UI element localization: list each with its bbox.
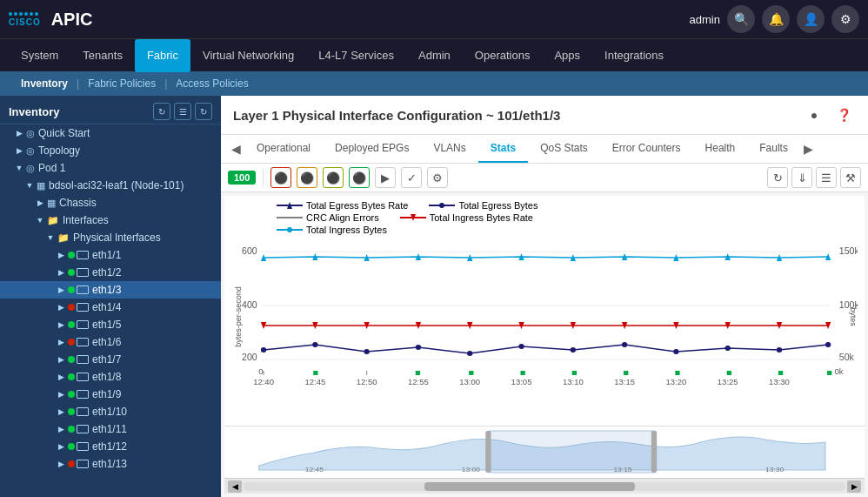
menu-item-integrations[interactable]: Integrations <box>592 39 676 72</box>
status-eth1-5 <box>68 321 75 328</box>
status-eth1-3 <box>68 286 75 293</box>
svg-rect-94 <box>651 431 657 473</box>
sidebar-item-node[interactable]: ▼ ▦ bdsol-aci32-leaf1 (Node-101) <box>0 177 221 194</box>
user-button[interactable]: 👤 <box>797 5 825 33</box>
sidebar-icon-refresh[interactable]: ↻ <box>153 103 170 120</box>
chart-legend: Total Egress Bytes Rate Total Egress Byt… <box>224 196 865 211</box>
legend-ingress-bytes: Total Ingress Bytes <box>277 225 812 235</box>
tab-deployed-epgs[interactable]: Deployed EPGs <box>323 135 421 163</box>
sidebar-item-physical-interfaces[interactable]: ▼ 📁 Physical Interfaces <box>0 229 221 246</box>
tab-vlans[interactable]: VLANs <box>421 135 477 163</box>
toolbar-btn-ok[interactable]: ⚫ <box>323 167 344 188</box>
tab-operational[interactable]: Operational <box>244 135 323 163</box>
toolbar-btn-wrench[interactable]: ⚒ <box>840 167 861 188</box>
tab-faults[interactable]: Faults <box>747 135 800 163</box>
icon-eth1-1 <box>77 251 89 259</box>
svg-point-52 <box>673 349 678 354</box>
subnav-access-policies[interactable]: Access Policies <box>167 71 257 96</box>
sidebar-item-eth1-5[interactable]: ▶ eth1/5 <box>0 316 221 333</box>
svg-text:400: 400 <box>242 300 257 310</box>
sidebar-item-eth1-12[interactable]: ▶ eth1/12 <box>0 438 221 455</box>
arrow-eth1-11: ▶ <box>56 425 66 433</box>
svg-rect-82 <box>520 371 524 375</box>
admin-label: admin <box>690 13 720 26</box>
sidebar-item-topology[interactable]: ▶ ◎ Topology <box>0 142 221 159</box>
toolbar-btn-check[interactable]: ✓ <box>401 167 422 188</box>
toolbar-btn-config[interactable]: ⚙ <box>427 167 448 188</box>
icon-eth1-5 <box>77 320 89 329</box>
menu-item-tenants[interactable]: Tenants <box>70 39 135 72</box>
tab-stats[interactable]: Stats <box>478 135 528 163</box>
icon-eth1-8 <box>77 373 89 381</box>
tab-error-counters[interactable]: Error Counters <box>600 135 693 163</box>
main-chart-svg: 600 400 200 150k 100k 50k bytes-per-seco… <box>231 238 858 386</box>
subnav-fabric-policies[interactable]: Fabric Policies <box>79 71 164 96</box>
bookmark-button[interactable]: ● <box>802 103 826 127</box>
scrollbar-left-btn[interactable]: ◀ <box>228 480 242 493</box>
toolbar-btn-good[interactable]: ⚫ <box>349 167 370 188</box>
menu-item-system[interactable]: System <box>9 39 70 72</box>
svg-point-54 <box>777 347 782 353</box>
sidebar-item-eth1-7[interactable]: ▶ eth1/7 <box>0 351 221 368</box>
help-button[interactable]: ❓ <box>831 103 856 127</box>
sidebar-item-quick-start[interactable]: ▶ ◎ Quick Start <box>0 124 221 142</box>
tab-qos-stats[interactable]: QoS Stats <box>528 135 600 163</box>
cisco-dot-3 <box>19 12 23 16</box>
sidebar-item-eth1-1[interactable]: ▶ eth1/1 <box>0 246 221 264</box>
menu-item-l4l7[interactable]: L4-L7 Services <box>306 39 406 72</box>
toolbar-btn-download[interactable]: ⇓ <box>791 167 812 188</box>
scrollbar-track[interactable] <box>244 482 845 491</box>
arrow-eth1-7: ▶ <box>56 355 66 364</box>
label-eth1-1: eth1/1 <box>92 249 121 261</box>
sidebar-item-eth1-10[interactable]: ▶ eth1/10 <box>0 403 221 420</box>
arrow-eth1-3: ▶ <box>56 285 66 294</box>
cisco-logo-dots <box>9 12 41 16</box>
settings-button[interactable]: ⚙ <box>831 5 859 33</box>
icon-eth1-12 <box>77 442 89 451</box>
svg-rect-84 <box>624 371 628 375</box>
arrow-eth1-8: ▶ <box>56 373 66 381</box>
toolbar-btn-menu[interactable]: ☰ <box>816 167 837 188</box>
toolbar-btn-stop[interactable]: ⚫ <box>270 167 291 188</box>
sidebar-icon-sync[interactable]: ↻ <box>195 103 212 120</box>
sidebar-item-pod1[interactable]: ▼ ◎ Pod 1 <box>0 159 221 177</box>
sidebar-item-eth1-9[interactable]: ▶ eth1/9 <box>0 386 221 403</box>
scrollbar-right-btn[interactable]: ▶ <box>847 480 861 493</box>
legend-crc-line <box>277 213 303 222</box>
menu-item-admin[interactable]: Admin <box>406 39 463 72</box>
label-physical-interfaces: Physical Interfaces <box>73 232 161 244</box>
search-button[interactable]: 🔍 <box>727 5 755 33</box>
status-eth1-4 <box>68 304 75 311</box>
arrow-eth1-2: ▶ <box>56 268 66 277</box>
sidebar-icon-list[interactable]: ☰ <box>174 103 191 120</box>
sidebar-item-eth1-3[interactable]: ▶ eth1/3 <box>0 281 221 299</box>
sidebar-item-interfaces[interactable]: ▼ 📁 Interfaces <box>0 212 221 229</box>
tab-nav-right[interactable]: ▶ <box>800 142 817 156</box>
menu-item-fabric[interactable]: Fabric <box>135 39 190 72</box>
toolbar-btn-refresh[interactable]: ↻ <box>767 167 788 188</box>
sidebar-item-eth1-6[interactable]: ▶ eth1/6 <box>0 333 221 351</box>
sidebar-item-eth1-11[interactable]: ▶ eth1/11 <box>0 420 221 438</box>
sidebar-item-eth1-13[interactable]: ▶ eth1/13 <box>0 455 221 473</box>
sidebar-item-chassis[interactable]: ▶ ▦ Chassis <box>0 194 221 212</box>
svg-point-49 <box>518 344 524 349</box>
chart-scrollbar[interactable]: ◀ ▶ <box>224 478 865 494</box>
menu-item-operations[interactable]: Operations <box>463 39 543 72</box>
toolbar-btn-warn[interactable]: ⚫ <box>297 167 317 188</box>
arrow-eth1-4: ▶ <box>56 303 66 312</box>
sidebar-item-eth1-8[interactable]: ▶ eth1/8 <box>0 368 221 386</box>
toolbar-btn-play[interactable]: ▶ <box>375 167 396 188</box>
sidebar-item-eth1-2[interactable]: ▶ eth1/2 <box>0 264 221 281</box>
scrollbar-thumb[interactable] <box>424 482 635 491</box>
notifications-button[interactable]: 🔔 <box>762 5 790 33</box>
svg-text:12:50: 12:50 <box>357 378 377 386</box>
subnav-inventory[interactable]: Inventory <box>12 71 77 96</box>
menu-item-apps[interactable]: Apps <box>542 39 592 72</box>
sidebar-item-eth1-4[interactable]: ▶ eth1/4 <box>0 299 221 316</box>
tab-health[interactable]: Health <box>693 135 748 163</box>
legend-crc-label: CRC Align Errors <box>306 212 379 223</box>
svg-point-8 <box>287 227 292 232</box>
svg-text:0k: 0k <box>835 367 844 376</box>
tab-nav-left[interactable]: ◀ <box>228 142 244 156</box>
menu-item-virtual-networking[interactable]: Virtual Networking <box>190 39 306 72</box>
